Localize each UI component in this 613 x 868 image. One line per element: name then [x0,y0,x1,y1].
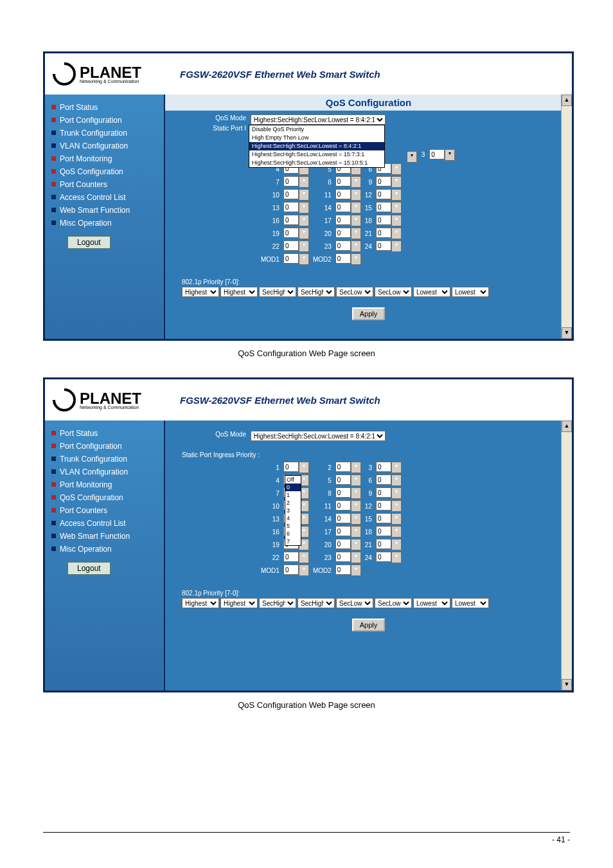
logout-button[interactable]: Logout [67,562,111,575]
priority-select[interactable]: SecHigh [259,287,296,297]
port-value-select[interactable]: ▾ [335,462,361,473]
chevron-down-icon[interactable]: ▾ [351,228,361,239]
apply-button[interactable]: Apply [352,619,386,631]
port-value-select[interactable]: ▾ [335,215,361,226]
port-value-select[interactable]: ▾ [376,176,402,188]
sidebar-item[interactable]: VLAN Configuration [51,140,164,152]
qos-mode-select[interactable]: Highest:SecHigh:SecLow:Lowest = 8:4:2:1 [251,114,386,125]
chevron-down-icon[interactable]: ▾ [391,487,402,499]
chevron-down-icon[interactable]: ▾ [351,215,361,226]
port-value-input[interactable] [376,462,391,472]
chevron-down-icon[interactable]: ▾ [299,189,309,201]
sidebar-item[interactable]: QoS Configuration [51,491,164,504]
port-value-select[interactable]: ▾ [376,202,402,213]
sidebar-item[interactable]: Web Smart Function [51,530,164,543]
chevron-down-icon[interactable]: ▾ [391,513,402,525]
port-value-select[interactable]: ▾ [283,202,309,213]
apply-button[interactable]: Apply [352,307,386,320]
dropdown-option[interactable]: 4 [285,514,301,522]
port-value-select[interactable]: ▾ [376,552,402,563]
port-value-select[interactable]: ▾ [335,552,361,563]
chevron-down-icon[interactable]: ▾ [351,475,361,486]
priority-select[interactable]: SecLow [375,598,412,608]
chevron-down-icon[interactable]: ▾ [391,526,402,538]
sidebar-item[interactable]: Access Control List [51,517,164,530]
priority-select[interactable]: Lowest [452,287,489,297]
chevron-down-icon[interactable]: ▾ [299,202,309,213]
port-value-input[interactable] [335,487,351,498]
chevron-down-icon[interactable]: ▾ [299,215,309,226]
port-value-input[interactable] [283,228,299,238]
port-value-select[interactable]: ▾ [376,539,402,550]
chevron-down-icon[interactable]: ▾ [391,228,402,239]
port-value-select[interactable]: ▾ [376,513,402,525]
chevron-down-icon[interactable]: ▾ [391,176,402,188]
sidebar-item[interactable]: Port Counters [51,178,164,191]
priority-select[interactable]: Highest [182,598,219,608]
sidebar-item[interactable]: Misc Operation [51,543,164,556]
priority-select[interactable]: Lowest [413,287,450,297]
sidebar-item[interactable]: QoS Configuration [51,165,164,178]
port-value-select[interactable]: ▾ [376,526,402,538]
port-value-input[interactable] [376,526,391,536]
port-value-input[interactable] [283,253,299,264]
chevron-down-icon[interactable]: ▾ [351,240,361,252]
port-value-input[interactable] [335,513,351,523]
port-value-select[interactable]: ▾ [376,189,402,201]
port-value-select[interactable]: ▾ [283,462,309,473]
chevron-down-icon[interactable]: ▾ [391,539,402,550]
chevron-down-icon[interactable]: ▾ [351,565,361,576]
qos-mode-select[interactable]: Highest:SecHigh:SecLow:Lowest = 8:4:2:1 [251,431,386,441]
port-value-input[interactable] [376,487,391,498]
port-value-input[interactable] [376,475,391,485]
scroll-up-icon[interactable]: ▲ [562,95,572,106]
dropdown-option[interactable]: 0 [285,484,301,491]
sidebar-item[interactable]: Misc Operation [51,217,164,230]
sidebar-item[interactable]: Port Configuration [51,114,164,127]
port-value-input[interactable] [376,513,391,523]
dropdown-option[interactable]: 6 [285,530,301,538]
dropdown-option[interactable]: Disable QoS Priority [249,125,384,134]
dropdown-option[interactable]: 3 [285,507,301,514]
chevron-down-icon[interactable]: ▾ [391,215,402,226]
port-value-input[interactable] [335,552,351,562]
chevron-down-icon[interactable]: ▾ [351,202,361,213]
port-value-select[interactable]: ▾ [283,176,309,188]
port-value-select[interactable]: ▾ [376,240,402,252]
chevron-down-icon[interactable]: ▾ [299,228,309,239]
port-value-select[interactable]: ▾ [335,487,361,499]
port-value-select[interactable]: ▾ [335,189,361,201]
chevron-down-icon[interactable]: ▾ [391,163,402,175]
dropdown-option[interactable]: 1 [285,491,301,499]
dropdown-option[interactable]: Highest:SecHigh:SecLow:Lowest = 8:4:2:1 [249,142,384,150]
port-value-select[interactable]: ▾ [376,228,402,239]
port-value-input[interactable] [376,552,391,562]
chevron-down-icon[interactable]: ▾ [351,189,361,201]
chevron-down-icon[interactable]: ▾ [391,475,402,486]
port-value-dropdown-list[interactable]: Off01234567 [285,475,301,546]
port-value-select[interactable]: ▾ [335,253,361,265]
port-value-input[interactable] [429,149,445,159]
port-value-select[interactable]: ▾ [335,565,361,576]
scroll-down-icon[interactable]: ▼ [562,679,572,691]
port-value-input[interactable] [376,539,391,549]
port-value-select[interactable]: ▾ [283,253,309,265]
priority-select[interactable]: SecLow [375,287,412,297]
port-value-input[interactable] [376,500,391,511]
chevron-down-icon[interactable]: ▾ [391,240,402,252]
priority-select[interactable]: Lowest [413,598,450,608]
sidebar-item[interactable]: Port Monitoring [51,478,164,491]
sidebar-item[interactable]: Trunk Configuration [51,127,164,140]
port-value-input[interactable] [335,202,351,212]
port-value-select[interactable]: ▾ [335,500,361,512]
port-value-input[interactable] [335,526,351,536]
port-value-input[interactable] [335,228,351,238]
port-value-input[interactable] [335,176,351,186]
port-value-select[interactable]: ▾ [376,500,402,512]
port-value-select[interactable]: ▾ [283,240,309,252]
dropdown-option[interactable]: 7 [285,538,301,545]
port-value-input[interactable] [376,228,391,238]
port-value-input[interactable] [283,189,299,199]
qos-mode-dropdown-list[interactable]: Disable QoS PriorityHigh Empty Then LowH… [249,125,385,168]
port-value-select[interactable]: ▾ [335,176,361,188]
